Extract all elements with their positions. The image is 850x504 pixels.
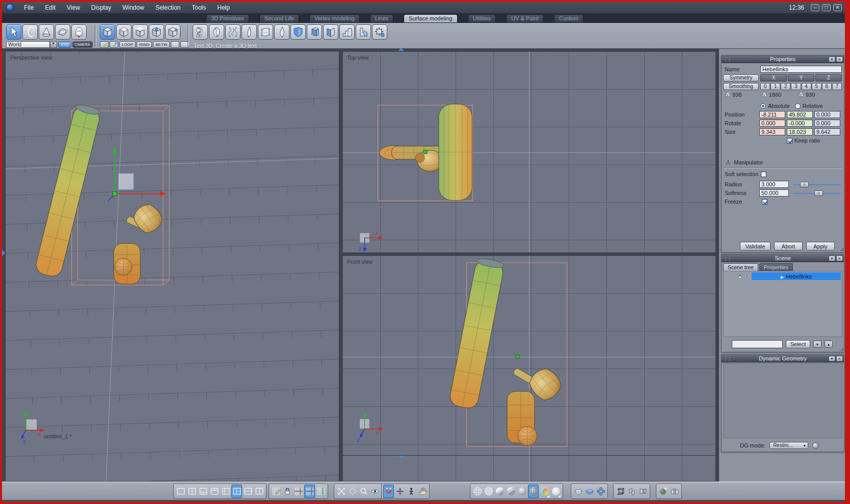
- transform-z-field[interactable]: 0.000: [814, 120, 840, 127]
- validate-button[interactable]: Validate: [740, 242, 771, 250]
- transform-y-field[interactable]: -0.000: [787, 120, 813, 127]
- panel-menu-icon[interactable]: ▼: [829, 57, 835, 62]
- world-space-select[interactable]: World: [6, 41, 57, 48]
- shading-mode-button[interactable]: [494, 485, 505, 498]
- transform-z-field[interactable]: 9.642: [814, 128, 840, 135]
- freeze-checkbox[interactable]: [762, 199, 767, 205]
- collapse-handle-icon[interactable]: [2, 250, 5, 256]
- drag-grip-icon[interactable]: ⋮⋮: [723, 56, 731, 64]
- navigation-tool-button[interactable]: [383, 485, 394, 498]
- close-button[interactable]: ✕: [833, 4, 842, 11]
- loop-select-button[interactable]: LOOP: [119, 41, 136, 48]
- radius-slider[interactable]: [793, 182, 841, 187]
- menu-item[interactable]: Help: [211, 2, 235, 13]
- panel-menu-icon[interactable]: ▼: [829, 256, 835, 261]
- surface-tool-button[interactable]: [307, 24, 322, 40]
- navigation-tool-button[interactable]: [394, 485, 405, 498]
- ribbon-tab[interactable]: Lines: [370, 14, 393, 22]
- smoothing-button[interactable]: Smoothing: [723, 83, 759, 90]
- transform-y-field[interactable]: 49.802: [787, 111, 813, 118]
- minimize-button[interactable]: ─: [811, 4, 819, 11]
- properties-panel-titlebar[interactable]: ⋮⋮ Properties ▼ ✕: [722, 55, 844, 63]
- xyz-toggle-button[interactable]: XYZ: [58, 41, 71, 48]
- select-tool-button[interactable]: [39, 24, 54, 40]
- shading-mode-button[interactable]: [472, 485, 483, 498]
- model-hebellinks-top[interactable]: X Z: [342, 51, 715, 253]
- panel-close-icon[interactable]: ✕: [836, 57, 843, 62]
- grid-option-button[interactable]: [315, 485, 326, 498]
- scene-panel-titlebar[interactable]: ⋮⋮ Scene ▼ ✕: [722, 255, 844, 262]
- menu-item[interactable]: File: [18, 2, 39, 13]
- resize-grip-icon[interactable]: ◢: [840, 347, 843, 351]
- softness-field[interactable]: 50.000: [759, 189, 789, 197]
- edit-mode-button[interactable]: [100, 24, 115, 40]
- smoothing-level-button[interactable]: 0: [760, 83, 770, 90]
- maximize-button[interactable]: □: [822, 4, 831, 11]
- lock-icon[interactable]: [737, 273, 743, 279]
- transform-y-field[interactable]: 18.023: [787, 128, 813, 135]
- grid-option-button[interactable]: [282, 485, 293, 498]
- select-button[interactable]: Select: [786, 340, 810, 348]
- expand-arrow-icon[interactable]: ▶: [781, 275, 784, 279]
- edit-mode-button[interactable]: [165, 24, 180, 40]
- surface-tool-button[interactable]: [209, 24, 224, 40]
- transform-z-field[interactable]: 0.000: [814, 111, 840, 118]
- world-dropdown-arrow-icon[interactable]: [50, 41, 57, 48]
- select-tool-button[interactable]: [55, 24, 70, 40]
- panel-close-icon[interactable]: ✕: [836, 356, 843, 361]
- symmetry-axis-button[interactable]: Y: [788, 74, 814, 81]
- smoothing-level-button[interactable]: 4: [802, 83, 811, 90]
- menu-item[interactable]: Display: [86, 2, 117, 13]
- ribbon-tab[interactable]: 3D Primitives: [206, 14, 249, 22]
- viewport-layout-button[interactable]: [243, 485, 253, 498]
- viewport-layout-button[interactable]: [198, 485, 208, 498]
- ribbon-tab[interactable]: UV & Paint: [506, 14, 544, 22]
- display-option-button[interactable]: [573, 485, 583, 498]
- grid-option-button[interactable]: [304, 485, 315, 498]
- camera-toggle-button[interactable]: CAMERA: [72, 41, 93, 48]
- drag-grip-icon[interactable]: ⋮⋮: [723, 255, 731, 263]
- drag-grip-icon[interactable]: ⋮⋮: [723, 355, 731, 363]
- view-tool-button[interactable]: [347, 485, 358, 498]
- absolute-radio[interactable]: [760, 103, 766, 109]
- navigation-tool-button[interactable]: [417, 485, 428, 498]
- edit-mode-button[interactable]: [149, 24, 164, 40]
- menu-item[interactable]: Tools: [186, 2, 211, 13]
- keep-ratio-checkbox[interactable]: [787, 138, 792, 144]
- ribbon-tab[interactable]: Surface modeling: [404, 14, 458, 22]
- smoothing-level-button[interactable]: 1: [771, 83, 780, 90]
- translate-manipulator[interactable]: [108, 147, 166, 202]
- transform-x-field[interactable]: 9.343: [759, 128, 785, 135]
- misc-display-button[interactable]: [615, 485, 626, 498]
- soft-selection-checkbox[interactable]: [761, 172, 766, 177]
- viewport-layout-button[interactable]: [220, 485, 231, 498]
- ribbon-tab[interactable]: Custom: [554, 14, 583, 22]
- ribbon-tab[interactable]: Utilities: [468, 14, 496, 22]
- collapse-handle-icon[interactable]: [398, 48, 404, 51]
- transform-x-field[interactable]: -8.211: [759, 111, 785, 118]
- loop-select-button[interactable]: RING: [137, 41, 152, 48]
- menu-item[interactable]: View: [61, 2, 86, 13]
- symmetry-axis-button[interactable]: X: [760, 74, 787, 81]
- smoothing-level-button[interactable]: 5: [812, 83, 821, 90]
- eye-icon[interactable]: [744, 273, 750, 279]
- display-option-button[interactable]: [584, 485, 595, 498]
- dg-mode-dropdown[interactable]: Restric... ▼: [769, 442, 808, 449]
- surface-tool-button[interactable]: [356, 24, 371, 40]
- shading-mode-button[interactable]: [506, 485, 516, 498]
- grid-option-button[interactable]: [293, 485, 304, 498]
- name-field[interactable]: Hebellinks: [760, 66, 842, 73]
- surface-tool-button[interactable]: [258, 24, 273, 40]
- smoothing-level-button[interactable]: 7: [832, 83, 842, 90]
- ribbon-tab[interactable]: Second Life: [259, 14, 299, 22]
- misc-display-button[interactable]: [638, 485, 648, 498]
- model-hebellinks-perspective[interactable]: Y X Z: [6, 51, 339, 481]
- scene-panel-tab[interactable]: Properties: [759, 263, 793, 271]
- viewport-layout-button[interactable]: [209, 485, 220, 498]
- radius-field[interactable]: 3.000: [759, 181, 789, 188]
- view-tool-button[interactable]: [358, 485, 369, 498]
- render-button[interactable]: [669, 485, 680, 498]
- view-tool-button[interactable]: [336, 485, 347, 498]
- shading-mode-button[interactable]: [483, 485, 494, 498]
- surface-tool-button[interactable]: [225, 24, 241, 40]
